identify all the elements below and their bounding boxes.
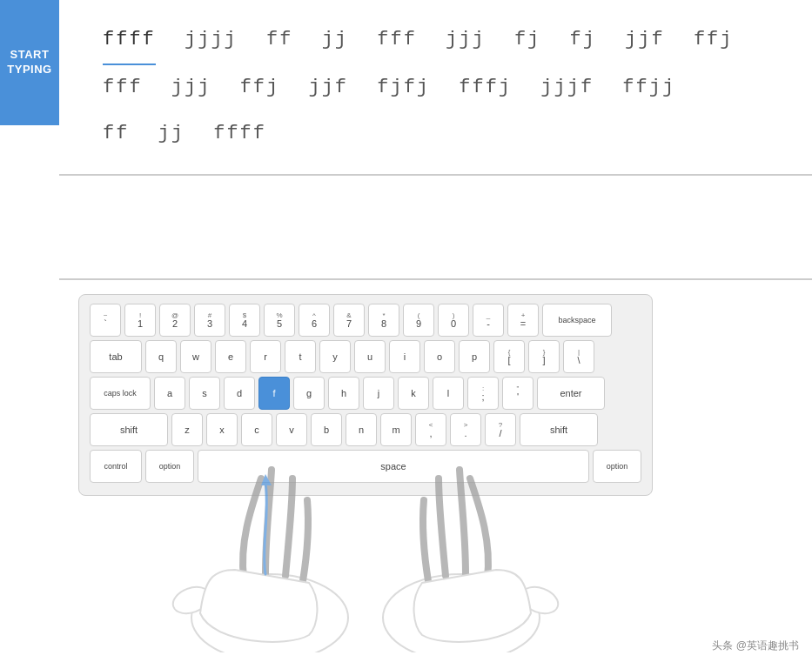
key-enter[interactable]: enter	[537, 377, 605, 410]
key-capslock[interactable]: caps lock	[90, 377, 151, 410]
key-control[interactable]: control	[90, 450, 142, 483]
key-shift-left[interactable]: shift	[90, 413, 168, 446]
key-d[interactable]: d	[224, 377, 255, 410]
start-typing-button[interactable]: START TYPING	[0, 0, 59, 125]
key-lbracket[interactable]: {[	[493, 340, 525, 373]
key-w[interactable]: w	[180, 340, 211, 373]
key-3[interactable]: #3	[194, 304, 225, 337]
word-item: jjjj	[185, 17, 238, 64]
svg-point-0	[191, 574, 348, 652]
key-a[interactable]: a	[154, 377, 185, 410]
word-item: ffjj	[622, 65, 675, 111]
word-item: jj	[158, 111, 185, 157]
key-0[interactable]: )0	[438, 304, 469, 337]
divider	[59, 278, 812, 280]
key-rbracket[interactable]: }]	[528, 340, 560, 373]
key-backspace[interactable]: backspace	[542, 304, 612, 337]
word-item: fjfj	[377, 65, 430, 111]
word-item: ff	[103, 111, 129, 157]
typing-words: ffff jjjj ff jj fff jjj fj fj jjf ffj ff…	[103, 17, 786, 157]
key-backslash[interactable]: |\	[563, 340, 594, 373]
key-i[interactable]: i	[389, 340, 420, 373]
word-item: fj	[514, 17, 540, 64]
key-8[interactable]: *8	[368, 304, 399, 337]
key-c[interactable]: c	[241, 413, 272, 446]
key-e[interactable]: e	[215, 340, 246, 373]
word-item: ffff	[213, 111, 266, 157]
key-comma[interactable]: <,	[415, 413, 446, 446]
key-s[interactable]: s	[189, 377, 220, 410]
word-item: jj	[322, 17, 348, 64]
key-7[interactable]: &7	[333, 304, 365, 337]
key-p[interactable]: p	[459, 340, 490, 373]
svg-point-3	[518, 582, 562, 618]
word-item: fff	[377, 17, 417, 64]
key-slash[interactable]: ?/	[485, 413, 516, 446]
key-tilde[interactable]: ~`	[90, 304, 121, 337]
key-o[interactable]: o	[424, 340, 455, 373]
word-item: jjf	[625, 17, 665, 64]
key-9[interactable]: (9	[403, 304, 434, 337]
word-item: fff	[103, 65, 143, 111]
word-item: ff	[266, 17, 292, 64]
key-row-bottom: control option space option	[90, 450, 641, 483]
key-t[interactable]: t	[285, 340, 316, 373]
svg-point-2	[383, 574, 540, 652]
key-x[interactable]: x	[206, 413, 238, 446]
key-j[interactable]: j	[363, 377, 394, 410]
key-g[interactable]: g	[293, 377, 325, 410]
exercise-area: ffff jjjj ff jj fff jjj fj fj jjf ffj ff…	[59, 0, 812, 176]
key-4[interactable]: $4	[229, 304, 260, 337]
watermark: 头条 @英语趣挑书	[712, 639, 799, 653]
key-period[interactable]: >.	[450, 413, 481, 446]
key-n[interactable]: n	[346, 413, 377, 446]
keyboard: ~` !1 @2 #3 $4 %5 ^6 &7 *8 (9 )0 _- += b…	[78, 294, 653, 496]
key-z[interactable]: z	[171, 413, 203, 446]
key-y[interactable]: y	[319, 340, 351, 373]
key-minus[interactable]: _-	[473, 304, 504, 337]
key-m[interactable]: m	[380, 413, 412, 446]
key-2[interactable]: @2	[159, 304, 191, 337]
word-item: fj	[569, 17, 595, 64]
word-item: jjj	[171, 65, 211, 111]
key-row-numbers: ~` !1 @2 #3 $4 %5 ^6 &7 *8 (9 )0 _- += b…	[90, 304, 641, 337]
key-b[interactable]: b	[311, 413, 342, 446]
key-tab[interactable]: tab	[90, 340, 142, 373]
word-item: fffj	[459, 65, 512, 111]
word-item: ffff	[103, 17, 156, 65]
key-1[interactable]: !1	[124, 304, 156, 337]
svg-point-1	[170, 582, 214, 618]
key-row-asdf: caps lock a s d f g h j k l :; "' enter	[90, 377, 641, 410]
keyboard-area: ~` !1 @2 #3 $4 %5 ^6 &7 *8 (9 )0 _- += b…	[78, 294, 653, 496]
word-item: jjf	[308, 65, 348, 111]
key-v[interactable]: v	[276, 413, 307, 446]
key-option-right[interactable]: option	[593, 450, 641, 483]
key-row-zxcv: shift z x c v b n m <, >. ?/ shift	[90, 413, 641, 446]
key-r[interactable]: r	[250, 340, 281, 373]
word-item: ffj	[240, 65, 280, 111]
key-l[interactable]: l	[433, 377, 464, 410]
key-q[interactable]: q	[145, 340, 177, 373]
key-equals[interactable]: +=	[507, 304, 539, 337]
key-semicolon[interactable]: :;	[467, 377, 499, 410]
key-h[interactable]: h	[328, 377, 359, 410]
key-5[interactable]: %5	[264, 304, 295, 337]
key-k[interactable]: k	[398, 377, 429, 410]
key-u[interactable]: u	[354, 340, 386, 373]
word-item: jjj	[446, 17, 486, 64]
key-quote[interactable]: "'	[502, 377, 534, 410]
key-f[interactable]: f	[258, 377, 290, 410]
word-item: ffj	[694, 17, 734, 64]
key-option-left[interactable]: option	[145, 450, 194, 483]
key-6[interactable]: ^6	[299, 304, 330, 337]
key-row-qwerty: tab q w e r t y u i o p {[ }] |\	[90, 340, 641, 373]
key-shift-right[interactable]: shift	[520, 413, 598, 446]
key-space[interactable]: space	[198, 450, 589, 483]
word-item: jjjf	[540, 65, 594, 111]
